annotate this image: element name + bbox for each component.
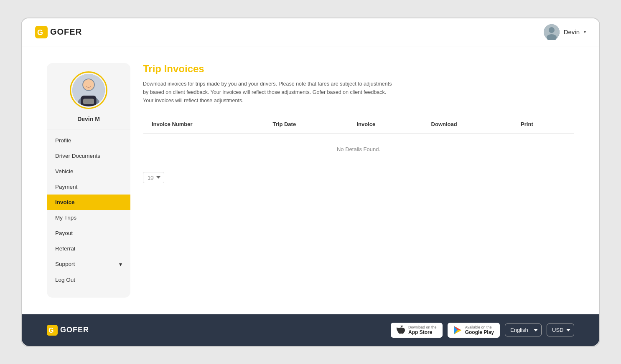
header-user[interactable]: Devin ▾ bbox=[544, 24, 586, 40]
col-invoice: Invoice bbox=[348, 115, 422, 133]
per-page-select[interactable]: 10 25 50 bbox=[143, 172, 164, 183]
sidebar-menu: Profile Driver Documents Vehicle Payment… bbox=[47, 129, 130, 291]
table-header-row: Invoice Number Trip Date Invoice Downloa… bbox=[143, 115, 574, 133]
avatar bbox=[544, 24, 560, 40]
profile-avatar-ring bbox=[70, 71, 107, 109]
app-store-button[interactable]: Download on the App Store bbox=[391, 323, 443, 338]
page-description: Download invoices for trips made by you … bbox=[143, 80, 394, 105]
sidebar-item-driver-documents[interactable]: Driver Documents bbox=[47, 148, 130, 164]
col-trip-date: Trip Date bbox=[265, 115, 349, 133]
main-content: Devin M Profile Driver Documents Vehicle… bbox=[22, 46, 599, 314]
sidebar-item-vehicle[interactable]: Vehicle bbox=[47, 164, 130, 179]
chevron-down-icon: ▾ bbox=[119, 261, 122, 268]
sidebar-item-invoice[interactable]: Invoice bbox=[47, 195, 130, 210]
footer: G GOFER Download on the App Store bbox=[22, 314, 599, 346]
gofer-logo-icon: G bbox=[35, 26, 48, 38]
profile-avatar-svg bbox=[72, 74, 105, 106]
google-play-icon bbox=[453, 326, 462, 335]
col-download: Download bbox=[423, 115, 513, 133]
header-username: Devin bbox=[564, 28, 580, 35]
browser-frame: G GOFER Devin ▾ bbox=[21, 18, 600, 347]
sidebar-item-profile[interactable]: Profile bbox=[47, 133, 130, 148]
svg-rect-10 bbox=[83, 99, 94, 104]
currency-select[interactable]: USD EUR GBP bbox=[547, 324, 574, 336]
chevron-down-icon: ▾ bbox=[584, 30, 586, 34]
page-title: Trip Invoices bbox=[143, 63, 574, 75]
sidebar: Devin M Profile Driver Documents Vehicle… bbox=[47, 63, 130, 298]
content-panel: Trip Invoices Download invoices for trip… bbox=[143, 63, 574, 298]
pagination-row: 10 25 50 bbox=[143, 172, 574, 183]
logo-text: GOFER bbox=[50, 27, 82, 37]
header: G GOFER Devin ▾ bbox=[22, 18, 599, 46]
sidebar-item-referral[interactable]: Referral bbox=[47, 241, 130, 256]
sidebar-profile-area: Devin M bbox=[47, 71, 130, 129]
google-play-button[interactable]: Available on the Google Play bbox=[448, 323, 500, 338]
sidebar-item-support[interactable]: Support ▾ bbox=[47, 256, 130, 272]
col-print: Print bbox=[512, 115, 574, 133]
footer-right: Download on the App Store Available on t… bbox=[391, 323, 574, 338]
app-store-text: Download on the App Store bbox=[408, 325, 437, 335]
google-play-text: Available on the Google Play bbox=[465, 325, 494, 335]
sidebar-card: Devin M Profile Driver Documents Vehicle… bbox=[47, 63, 130, 298]
footer-logo: G GOFER bbox=[47, 325, 89, 336]
sidebar-item-my-trips[interactable]: My Trips bbox=[47, 210, 130, 225]
sidebar-item-logout[interactable]: Log Out bbox=[47, 272, 130, 288]
profile-name: Devin M bbox=[77, 116, 100, 122]
empty-state-message: No Details Found. bbox=[143, 133, 574, 165]
svg-point-3 bbox=[549, 27, 555, 33]
svg-point-8 bbox=[83, 79, 94, 90]
col-invoice-number: Invoice Number bbox=[143, 115, 265, 133]
empty-state-row: No Details Found. bbox=[143, 133, 574, 165]
sidebar-item-payout[interactable]: Payout bbox=[47, 225, 130, 241]
svg-text:G: G bbox=[48, 327, 54, 334]
language-select[interactable]: English Español Français bbox=[505, 324, 542, 336]
profile-avatar-inner bbox=[72, 74, 105, 106]
logo: G GOFER bbox=[35, 26, 82, 38]
invoice-table: Invoice Number Trip Date Invoice Downloa… bbox=[143, 115, 574, 165]
svg-text:G: G bbox=[37, 28, 43, 37]
footer-logo-icon: G bbox=[47, 325, 58, 336]
apple-icon bbox=[397, 325, 405, 335]
sidebar-item-payment[interactable]: Payment bbox=[47, 179, 130, 195]
